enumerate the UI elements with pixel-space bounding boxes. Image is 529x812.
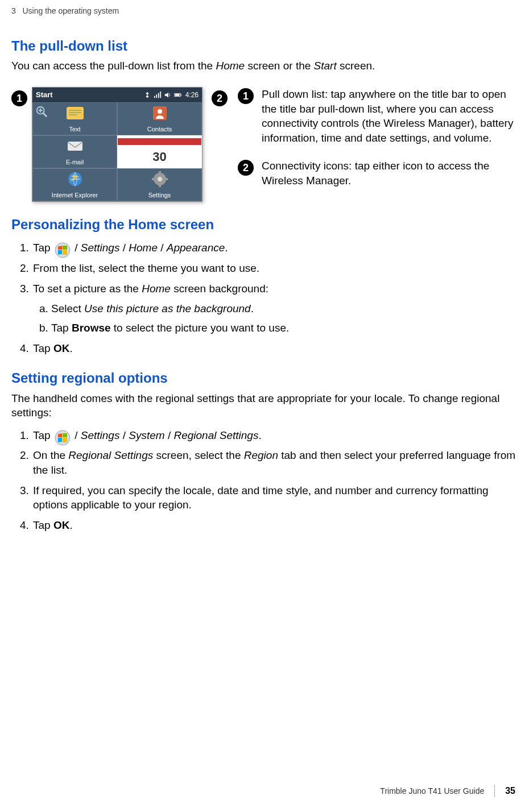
titlebar-start: Start: [36, 90, 53, 100]
connectivity-icon: [143, 91, 151, 99]
pulldown-intro: You can access the pull-down list from t…: [11, 59, 518, 73]
svg-rect-19: [159, 184, 161, 187]
volume-icon: [164, 91, 172, 99]
regional-intro: The handheld comes with the regional set…: [11, 391, 518, 420]
svg-line-8: [43, 113, 47, 117]
footer-page-number: 35: [505, 785, 515, 797]
svg-rect-14: [68, 142, 82, 151]
windows-logo-icon: [55, 242, 71, 258]
svg-rect-2: [158, 93, 159, 98]
legend-badge-2: 2: [238, 160, 254, 176]
signal-icon: [154, 91, 162, 99]
legend-badge-1: 1: [238, 88, 254, 104]
list-item: From the list, select the theme you want…: [32, 261, 518, 276]
svg-rect-21: [165, 178, 168, 180]
page-footer: Trimble Juno T41 User Guide 35: [380, 785, 515, 797]
tile-settings: Settings: [117, 168, 202, 201]
svg-point-13: [158, 109, 162, 114]
callout-badge-2: 2: [212, 90, 228, 106]
screenshot-figure: 1 2 Start 4:26: [11, 87, 228, 202]
titlebar: Start 4:26: [32, 88, 202, 102]
list-item: Tap OK.: [32, 341, 518, 356]
svg-rect-18: [159, 171, 161, 174]
svg-rect-3: [160, 92, 161, 98]
svg-rect-11: [67, 107, 84, 119]
tile-email: E-mail: [32, 135, 117, 168]
list-item: Tap Browse to select the picture you wan…: [51, 321, 518, 335]
status-icons: [143, 91, 182, 99]
tile-text: Text: [32, 102, 117, 135]
battery-icon: [174, 91, 182, 99]
list-item: Tap / Settings / System / Regional Setti…: [32, 428, 518, 443]
callout-badge-1: 1: [11, 90, 27, 106]
list-item: Tap OK.: [32, 518, 518, 533]
personalizing-list: Tap / Settings / Home / Appearance. From…: [11, 241, 518, 355]
windows-logo-icon: [55, 430, 71, 446]
tile-ie: Internet Explorer: [32, 168, 117, 201]
svg-rect-1: [156, 94, 157, 98]
device-screenshot: Start 4:26 Text: [32, 87, 202, 202]
heading-regional: Setting regional options: [11, 369, 518, 387]
list-item: On the Regional Settings screen, select …: [32, 448, 518, 477]
svg-rect-0: [154, 96, 155, 98]
regional-list: Tap / Settings / System / Regional Setti…: [11, 428, 518, 533]
tile-contacts: Contacts: [117, 102, 202, 135]
footer-guide: Trimble Juno T41 User Guide: [380, 786, 484, 797]
list-item: Tap / Settings / Home / Appearance.: [32, 241, 518, 255]
svg-point-17: [158, 177, 162, 181]
legend-text-1: Pull down list: tap anywhere on the titl…: [262, 87, 518, 146]
titlebar-clock: 4:26: [185, 90, 199, 100]
magnifier-icon: [35, 105, 48, 118]
svg-rect-20: [152, 178, 155, 180]
list-item: To set a picture as the Home screen back…: [32, 281, 518, 335]
running-header: 3 Using the operating system: [11, 6, 518, 16]
svg-rect-6: [175, 94, 179, 96]
heading-personalizing: Personalizing the Home screen: [11, 216, 518, 234]
list-item: If required, you can specify the locale,…: [32, 483, 518, 512]
heading-pulldown: The pull-down list: [11, 37, 518, 55]
legend-text-2: Connectivity icons: tap either icon to a…: [262, 159, 518, 188]
list-item: Select Use this picture as the backgroun…: [51, 301, 518, 316]
svg-rect-5: [180, 94, 181, 96]
tile-calendar: 30: [117, 135, 202, 168]
footer-separator: [494, 785, 495, 797]
